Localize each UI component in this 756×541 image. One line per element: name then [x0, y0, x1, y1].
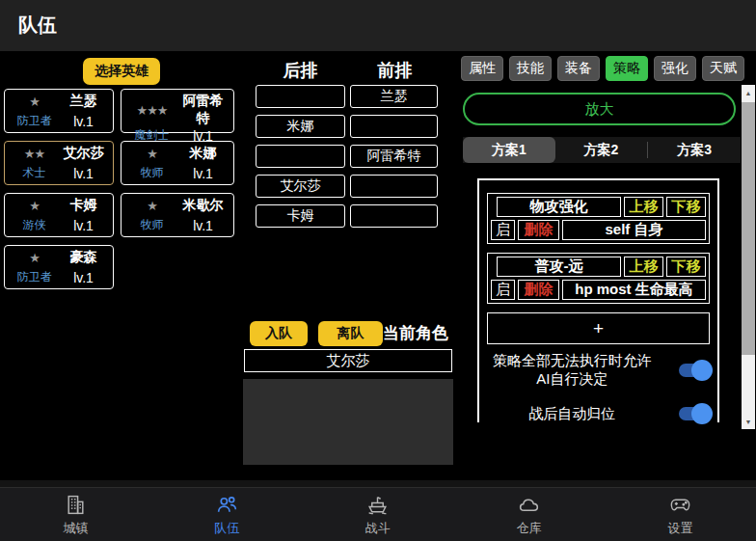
nav-label-settings: 设置	[668, 520, 693, 537]
scrollbar-thumb[interactable]	[742, 102, 755, 355]
ai-fallback-label: 策略全部无法执行时允许AI自行决定	[487, 352, 658, 389]
nav-label-warehouse: 仓库	[517, 520, 542, 537]
battle-icon	[365, 493, 390, 517]
plan-tab-3[interactable]: 方案3	[648, 137, 741, 163]
nav-item-warehouse[interactable]: 仓库	[453, 488, 605, 541]
leave-team-button[interactable]: 离队	[318, 321, 383, 346]
strategy-card-1: 物攻强化 上移 下移 启 删除 self 自身	[487, 193, 710, 244]
delete-button[interactable]: 删除	[518, 280, 559, 300]
hero-card-lanser[interactable]: ★兰瑟 防卫者lv.1	[4, 89, 114, 133]
hero-stars: ★	[126, 147, 177, 161]
team-icon	[215, 493, 239, 517]
formation-slot-back-4[interactable]: 艾尔莎	[256, 175, 345, 198]
delete-button[interactable]: 删除	[518, 220, 559, 240]
formation-slot-back-2[interactable]: 米娜	[256, 115, 345, 138]
hero-card-mina[interactable]: ★米娜 牧师lv.1	[121, 141, 234, 185]
hero-card-mixieer[interactable]: ★米歇尔 牧师lv.1	[121, 193, 234, 237]
nav-item-town[interactable]: 城镇	[0, 488, 151, 541]
hero-class: 防卫者	[10, 269, 59, 285]
formation-slot-front-1[interactable]: 兰瑟	[350, 85, 438, 108]
tab-equipment[interactable]: 装备	[557, 56, 600, 81]
enable-button[interactable]: 启	[491, 220, 515, 240]
preview-area	[243, 379, 453, 465]
formation-slot-front-5[interactable]	[350, 204, 438, 228]
hero-name: 豪森	[59, 249, 108, 266]
tab-enhance[interactable]: 强化	[654, 56, 696, 81]
formation-slot-front-2[interactable]	[350, 115, 438, 138]
town-icon	[64, 493, 88, 517]
team-screen: 队伍 选择英雄 ★兰瑟 防卫者lv.1 ★★★阿雷希特 魔剑士lv.1 ★★艾尔…	[0, 0, 756, 541]
scroll-up-arrow[interactable]: ▲	[742, 86, 755, 99]
scroll-down-arrow[interactable]: ▼	[742, 415, 755, 428]
hero-card-aiersha[interactable]: ★★艾尔莎 术士lv.1	[4, 141, 114, 185]
front-row-header: 前排	[350, 59, 440, 82]
hero-level: lv.1	[59, 114, 108, 129]
plan-tab-1[interactable]: 方案1	[463, 137, 555, 163]
hero-name: 阿雷希特	[177, 93, 229, 127]
hero-card-kamu[interactable]: ★卡姆 游侠lv.1	[4, 193, 114, 237]
hero-class: 防卫者	[10, 113, 59, 129]
auto-return-label: 战后自动归位	[487, 405, 658, 423]
tab-skills[interactable]: 技能	[509, 56, 552, 81]
move-down-button[interactable]: 下移	[666, 257, 706, 277]
hero-name: 艾尔莎	[59, 145, 108, 162]
hero-name: 米歇尔	[177, 197, 229, 214]
formation-slot-back-5[interactable]: 卡姆	[256, 204, 345, 228]
hero-stars: ★★★	[126, 103, 177, 118]
hero-stars: ★	[10, 251, 59, 265]
back-row-header: 后排	[256, 59, 345, 82]
hero-class: 术士	[10, 165, 59, 181]
auto-return-row: 战后自动归位	[487, 405, 710, 423]
ai-fallback-row: 策略全部无法执行时允许AI自行决定	[487, 352, 710, 389]
nav-item-settings[interactable]: 设置	[605, 488, 756, 541]
hero-name: 兰瑟	[59, 93, 108, 110]
hero-level: lv.1	[59, 270, 108, 285]
select-hero-button[interactable]: 选择英雄	[83, 58, 160, 85]
tab-talent[interactable]: 天赋	[702, 56, 744, 81]
formation-slot-front-3[interactable]: 阿雷希特	[350, 145, 438, 168]
tab-attributes[interactable]: 属性	[461, 56, 503, 81]
hero-list: ★兰瑟 防卫者lv.1 ★★★阿雷希特 魔剑士lv.1 ★★艾尔莎 术士lv.1…	[4, 89, 236, 289]
right-panel-scrollbar[interactable]: ▲ ▼	[742, 85, 755, 429]
ai-fallback-toggle[interactable]	[679, 364, 710, 377]
nav-label-town: 城镇	[63, 520, 88, 537]
nav-item-team[interactable]: 队伍	[151, 488, 303, 541]
strategy-target[interactable]: self 自身	[562, 220, 706, 240]
auto-return-toggle[interactable]	[679, 407, 710, 420]
hero-card-haosen[interactable]: ★豪森 防卫者lv.1	[4, 245, 114, 289]
page-title: 队伍	[18, 13, 57, 39]
hero-stars: ★	[126, 199, 177, 213]
formation-slot-front-4[interactable]	[350, 175, 438, 198]
hero-level: lv.1	[59, 218, 108, 233]
bottom-divider	[0, 480, 756, 487]
strategy-name: 普攻-远	[497, 257, 621, 277]
formation-slot-back-1[interactable]	[256, 85, 345, 108]
nav-item-battle[interactable]: 战斗	[303, 488, 454, 541]
strategy-target[interactable]: hp most 生命最高	[562, 280, 706, 300]
move-down-button[interactable]: 下移	[666, 197, 706, 217]
current-role-name: 艾尔莎	[244, 349, 452, 372]
move-up-button[interactable]: 上移	[624, 257, 663, 277]
settings-icon	[668, 493, 692, 517]
formation-slot-back-3[interactable]	[256, 145, 345, 168]
hero-level: lv.1	[177, 218, 229, 233]
current-role-label: 当前角色	[383, 322, 448, 344]
hero-level: lv.1	[59, 166, 108, 181]
toggle-knob	[691, 403, 713, 424]
enlarge-button[interactable]: 放大	[463, 93, 736, 125]
detail-tabs: 属性 技能 装备 策略 强化 天赋	[461, 56, 744, 81]
join-team-button[interactable]: 入队	[250, 321, 308, 346]
plan-tabs: 方案1 方案2 方案3	[463, 137, 741, 163]
header-bar: 队伍	[0, 0, 756, 51]
hero-level: lv.1	[177, 166, 229, 181]
move-up-button[interactable]: 上移	[624, 197, 663, 217]
hero-card-areshite[interactable]: ★★★阿雷希特 魔剑士lv.1	[121, 89, 234, 133]
hero-stars: ★★	[10, 147, 59, 161]
plan-tab-2[interactable]: 方案2	[555, 137, 648, 163]
enable-button[interactable]: 启	[491, 280, 515, 300]
add-strategy-button[interactable]: +	[487, 312, 710, 344]
hero-stars: ★	[10, 95, 59, 109]
warehouse-icon	[517, 493, 541, 517]
nav-label-team: 队伍	[214, 520, 239, 537]
tab-strategy[interactable]: 策略	[606, 56, 648, 81]
